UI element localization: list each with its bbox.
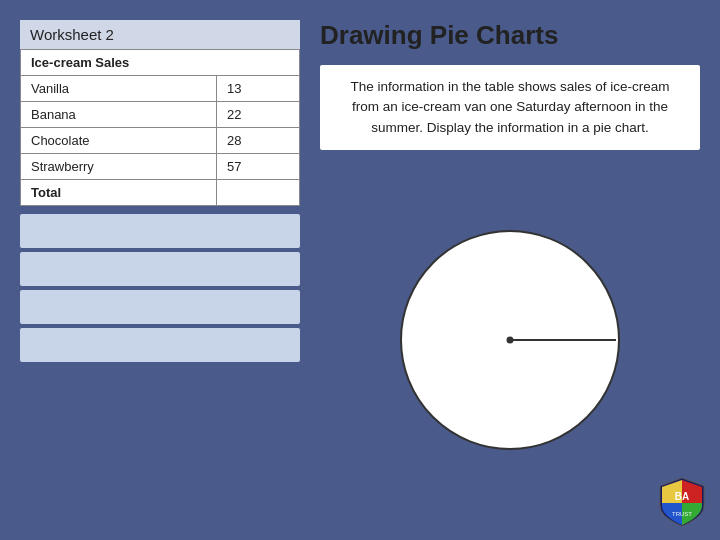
extra-row-4 (20, 328, 300, 362)
table-row: Chocolate 28 (21, 128, 300, 154)
extra-rows (20, 214, 300, 362)
description-text: The information in the table shows sales… (320, 65, 700, 150)
extra-row-1 (20, 214, 300, 248)
value-banana: 22 (217, 102, 300, 128)
right-panel: Drawing Pie Charts The information in th… (320, 20, 700, 520)
item-strawberry: Strawberry (21, 154, 217, 180)
ba-trust-badge: BA TRUST (656, 476, 708, 528)
table-row: Strawberry 57 (21, 154, 300, 180)
extra-row-2 (20, 252, 300, 286)
total-row: Total (21, 180, 300, 206)
pie-chart-area (320, 160, 700, 520)
ice-cream-table: Ice-cream Sales Vanilla 13 Banana 22 Cho… (20, 49, 300, 206)
worksheet-title: Worksheet 2 (20, 20, 300, 49)
total-label: Total (21, 180, 217, 206)
table-row: Vanilla 13 (21, 76, 300, 102)
total-value (217, 180, 300, 206)
svg-text:TRUST: TRUST (672, 511, 692, 517)
value-strawberry: 57 (217, 154, 300, 180)
pie-radius-line (510, 339, 616, 341)
svg-text:BA: BA (675, 491, 689, 502)
value-chocolate: 28 (217, 128, 300, 154)
item-chocolate: Chocolate (21, 128, 217, 154)
item-banana: Banana (21, 102, 217, 128)
shield-icon: BA TRUST (656, 476, 708, 528)
page-title: Drawing Pie Charts (320, 20, 700, 55)
pie-circle (400, 230, 620, 450)
extra-row-3 (20, 290, 300, 324)
table-row: Banana 22 (21, 102, 300, 128)
left-panel: Worksheet 2 Ice-cream Sales Vanilla 13 B… (20, 20, 300, 520)
main-container: Worksheet 2 Ice-cream Sales Vanilla 13 B… (0, 0, 720, 540)
value-vanilla: 13 (217, 76, 300, 102)
item-vanilla: Vanilla (21, 76, 217, 102)
table-header: Ice-cream Sales (21, 50, 300, 76)
